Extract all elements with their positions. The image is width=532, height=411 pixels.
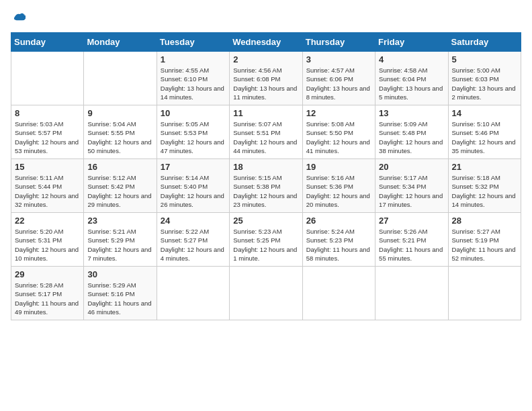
- logo: [11, 11, 26, 24]
- day-info: Sunrise: 5:22 AMSunset: 5:27 PMDaylight:…: [161, 227, 226, 263]
- calendar-cell: 24Sunrise: 5:22 AMSunset: 5:27 PMDayligh…: [157, 213, 229, 267]
- day-info: Sunrise: 5:09 AMSunset: 5:48 PMDaylight:…: [379, 120, 444, 155]
- calendar-cell: 14Sunrise: 5:10 AMSunset: 5:46 PMDayligh…: [448, 105, 521, 159]
- day-number: 20: [379, 162, 444, 172]
- day-number: 30: [87, 269, 152, 279]
- day-number: 1: [161, 54, 226, 64]
- day-number: 10: [161, 108, 226, 118]
- calendar-cell: [302, 267, 375, 320]
- weekday-header-tuesday: Tuesday: [157, 33, 229, 52]
- day-info: Sunrise: 5:10 AMSunset: 5:46 PMDaylight:…: [452, 120, 517, 155]
- day-info: Sunrise: 5:11 AMSunset: 5:44 PMDaylight:…: [15, 173, 80, 209]
- weekday-header-sunday: Sunday: [11, 33, 84, 52]
- day-number: 3: [306, 54, 371, 64]
- page: SundayMondayTuesdayWednesdayThursdayFrid…: [0, 0, 532, 411]
- weekday-header-friday: Friday: [375, 33, 448, 52]
- day-number: 16: [87, 162, 152, 172]
- weekday-header-saturday: Saturday: [448, 33, 521, 52]
- calendar-cell: [84, 52, 157, 105]
- day-info: Sunrise: 5:17 AMSunset: 5:34 PMDaylight:…: [379, 173, 444, 209]
- calendar-cell: 28Sunrise: 5:27 AMSunset: 5:19 PMDayligh…: [448, 213, 521, 267]
- day-number: 17: [161, 162, 226, 172]
- weekday-header-thursday: Thursday: [302, 33, 375, 52]
- calendar-cell: 4Sunrise: 4:58 AMSunset: 6:04 PMDaylight…: [375, 52, 448, 105]
- calendar-cell: 19Sunrise: 5:16 AMSunset: 5:36 PMDayligh…: [302, 159, 375, 213]
- calendar-cell: 17Sunrise: 5:14 AMSunset: 5:40 PMDayligh…: [157, 159, 229, 213]
- weekday-header-wednesday: Wednesday: [230, 33, 302, 52]
- day-info: Sunrise: 5:08 AMSunset: 5:50 PMDaylight:…: [306, 120, 371, 155]
- calendar-cell: 30Sunrise: 5:29 AMSunset: 5:16 PMDayligh…: [84, 267, 157, 320]
- day-info: Sunrise: 5:03 AMSunset: 5:57 PMDaylight:…: [15, 120, 80, 155]
- calendar-cell: [11, 52, 84, 105]
- logo-icon: [12, 11, 26, 24]
- calendar-cell: 11Sunrise: 5:07 AMSunset: 5:51 PMDayligh…: [230, 105, 302, 159]
- day-info: Sunrise: 5:21 AMSunset: 5:29 PMDaylight:…: [87, 227, 152, 263]
- day-info: Sunrise: 5:12 AMSunset: 5:42 PMDaylight:…: [87, 173, 152, 209]
- day-number: 23: [87, 216, 152, 226]
- calendar-cell: 27Sunrise: 5:26 AMSunset: 5:21 PMDayligh…: [375, 213, 448, 267]
- calendar-table: SundayMondayTuesdayWednesdayThursdayFrid…: [11, 32, 521, 320]
- day-info: Sunrise: 5:26 AMSunset: 5:21 PMDaylight:…: [379, 227, 444, 263]
- day-number: 29: [15, 269, 80, 279]
- calendar-cell: 25Sunrise: 5:23 AMSunset: 5:25 PMDayligh…: [230, 213, 302, 267]
- day-number: 28: [452, 216, 517, 226]
- day-number: 5: [452, 54, 517, 64]
- day-number: 4: [379, 54, 444, 64]
- calendar-cell: 8Sunrise: 5:03 AMSunset: 5:57 PMDaylight…: [11, 105, 84, 159]
- day-number: 13: [379, 108, 444, 118]
- day-info: Sunrise: 5:07 AMSunset: 5:51 PMDaylight:…: [233, 120, 298, 155]
- day-number: 14: [452, 108, 517, 118]
- calendar-cell: 23Sunrise: 5:21 AMSunset: 5:29 PMDayligh…: [84, 213, 157, 267]
- day-number: 11: [233, 108, 298, 118]
- day-info: Sunrise: 5:05 AMSunset: 5:53 PMDaylight:…: [161, 120, 226, 155]
- day-info: Sunrise: 5:28 AMSunset: 5:17 PMDaylight:…: [15, 281, 80, 316]
- day-info: Sunrise: 5:15 AMSunset: 5:38 PMDaylight:…: [233, 173, 298, 209]
- day-info: Sunrise: 4:55 AMSunset: 6:10 PMDaylight:…: [161, 66, 226, 101]
- calendar-cell: 18Sunrise: 5:15 AMSunset: 5:38 PMDayligh…: [230, 159, 302, 213]
- calendar-cell: 2Sunrise: 4:56 AMSunset: 6:08 PMDaylight…: [230, 52, 302, 105]
- calendar-cell: [448, 267, 521, 320]
- day-info: Sunrise: 5:29 AMSunset: 5:16 PMDaylight:…: [87, 281, 152, 316]
- weekday-header-monday: Monday: [84, 33, 157, 52]
- calendar-cell: 12Sunrise: 5:08 AMSunset: 5:50 PMDayligh…: [302, 105, 375, 159]
- day-number: 8: [15, 108, 80, 118]
- calendar-cell: 20Sunrise: 5:17 AMSunset: 5:34 PMDayligh…: [375, 159, 448, 213]
- day-number: 24: [161, 216, 226, 226]
- day-number: 12: [306, 108, 371, 118]
- day-number: 18: [233, 162, 298, 172]
- calendar-cell: 10Sunrise: 5:05 AMSunset: 5:53 PMDayligh…: [157, 105, 229, 159]
- day-info: Sunrise: 5:20 AMSunset: 5:31 PMDaylight:…: [15, 227, 80, 263]
- calendar-cell: 21Sunrise: 5:18 AMSunset: 5:32 PMDayligh…: [448, 159, 521, 213]
- day-info: Sunrise: 5:04 AMSunset: 5:55 PMDaylight:…: [87, 120, 152, 155]
- header: [11, 11, 521, 24]
- calendar-cell: 29Sunrise: 5:28 AMSunset: 5:17 PMDayligh…: [11, 267, 84, 320]
- day-info: Sunrise: 5:00 AMSunset: 6:03 PMDaylight:…: [452, 66, 517, 101]
- calendar-cell: 26Sunrise: 5:24 AMSunset: 5:23 PMDayligh…: [302, 213, 375, 267]
- calendar-cell: 13Sunrise: 5:09 AMSunset: 5:48 PMDayligh…: [375, 105, 448, 159]
- day-number: 9: [87, 108, 152, 118]
- calendar-cell: 16Sunrise: 5:12 AMSunset: 5:42 PMDayligh…: [84, 159, 157, 213]
- calendar-cell: 22Sunrise: 5:20 AMSunset: 5:31 PMDayligh…: [11, 213, 84, 267]
- calendar-cell: [230, 267, 302, 320]
- calendar-cell: 3Sunrise: 4:57 AMSunset: 6:06 PMDaylight…: [302, 52, 375, 105]
- day-number: 27: [379, 216, 444, 226]
- day-number: 21: [452, 162, 517, 172]
- calendar-cell: 15Sunrise: 5:11 AMSunset: 5:44 PMDayligh…: [11, 159, 84, 213]
- day-info: Sunrise: 5:14 AMSunset: 5:40 PMDaylight:…: [161, 173, 226, 209]
- day-info: Sunrise: 5:27 AMSunset: 5:19 PMDaylight:…: [452, 227, 517, 263]
- day-info: Sunrise: 4:56 AMSunset: 6:08 PMDaylight:…: [233, 66, 298, 101]
- calendar-cell: [157, 267, 229, 320]
- calendar-cell: [375, 267, 448, 320]
- day-info: Sunrise: 4:57 AMSunset: 6:06 PMDaylight:…: [306, 66, 371, 101]
- day-number: 15: [15, 162, 80, 172]
- day-number: 22: [15, 216, 80, 226]
- calendar-cell: 5Sunrise: 5:00 AMSunset: 6:03 PMDaylight…: [448, 52, 521, 105]
- calendar-cell: 1Sunrise: 4:55 AMSunset: 6:10 PMDaylight…: [157, 52, 229, 105]
- day-info: Sunrise: 5:16 AMSunset: 5:36 PMDaylight:…: [306, 173, 371, 209]
- day-info: Sunrise: 4:58 AMSunset: 6:04 PMDaylight:…: [379, 66, 444, 101]
- day-number: 19: [306, 162, 371, 172]
- day-info: Sunrise: 5:18 AMSunset: 5:32 PMDaylight:…: [452, 173, 517, 209]
- day-number: 25: [233, 216, 298, 226]
- calendar-cell: 9Sunrise: 5:04 AMSunset: 5:55 PMDaylight…: [84, 105, 157, 159]
- day-info: Sunrise: 5:23 AMSunset: 5:25 PMDaylight:…: [233, 227, 298, 263]
